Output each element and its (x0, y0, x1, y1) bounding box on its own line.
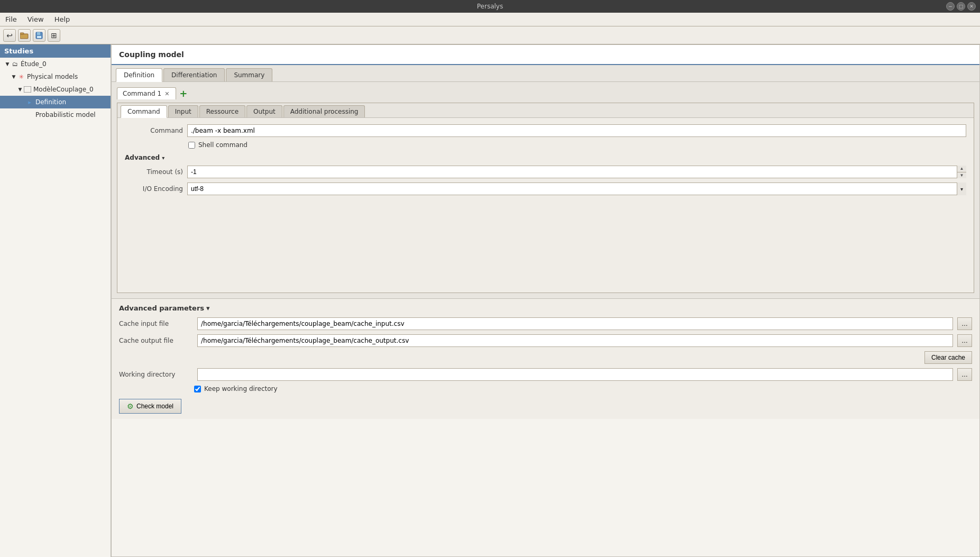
toolbar-back-btn[interactable]: ↩ (3, 29, 16, 42)
close-btn[interactable]: ✕ (967, 2, 976, 11)
working-dir-field[interactable] (197, 368, 953, 381)
menu-file[interactable]: File (2, 14, 20, 24)
advanced-parameters: Advanced parameters ▾ Cache input file …… (112, 298, 979, 419)
shell-command-label: Shell command (198, 141, 248, 149)
maximize-btn[interactable]: □ (957, 2, 965, 11)
advanced-parameters-label: Advanced parameters (119, 304, 204, 312)
panel-title: Coupling model (112, 45, 979, 65)
sidebar-item-modele[interactable]: ▼ ModèleCouplage_0 (0, 83, 111, 96)
menu-view[interactable]: View (24, 14, 47, 24)
shell-command-checkbox[interactable] (188, 142, 195, 149)
sidebar-item-probabilistic[interactable]: Probabilistic model (0, 108, 111, 121)
content-area: Coupling model Definition Differentiatio… (111, 44, 980, 557)
titlebar: Persalys − □ ✕ (0, 0, 980, 13)
physical-icon: ✳ (17, 72, 25, 81)
advanced-label: Advanced (125, 154, 160, 161)
keep-working-dir-label: Keep working directory (204, 385, 278, 392)
inner-tab-additional[interactable]: Additional processing (283, 105, 365, 117)
inner-tab-input[interactable]: Input (168, 105, 198, 117)
physical-toggle[interactable]: ▼ (11, 74, 17, 80)
etude-icon: 🗂 (11, 60, 19, 68)
cache-output-browse-btn[interactable]: … (957, 334, 972, 347)
encoding-row: I/O Encoding utf-8 latin-1 ascii ▾ (125, 182, 966, 195)
command-tab-1-close[interactable]: ✕ (163, 90, 170, 97)
check-model-icon: ⚙ (127, 402, 134, 410)
modele-toggle[interactable]: ▼ (17, 86, 23, 93)
check-model-btn[interactable]: ⚙ Check model (119, 399, 181, 414)
panel: Coupling model Definition Differentiatio… (111, 44, 980, 557)
svg-rect-5 (24, 86, 31, 93)
cache-input-row: Cache input file … (119, 317, 972, 330)
command-tabs-bar: Command 1 ✕ + (117, 87, 974, 99)
tab-summary[interactable]: Summary (226, 68, 272, 81)
modele-icon (23, 85, 32, 94)
command-row: Command (125, 124, 966, 137)
add-command-btn[interactable]: + (177, 89, 189, 98)
probabilistic-icon (25, 111, 34, 119)
advanced-parameters-arrow-icon: ▾ (206, 304, 210, 312)
command-label: Command (125, 127, 183, 134)
sidebar-header: Studies (0, 44, 111, 58)
timeout-up-btn[interactable]: ▲ (957, 166, 966, 172)
encoding-select[interactable]: utf-8 latin-1 ascii (187, 182, 966, 195)
encoding-label: I/O Encoding (125, 185, 183, 193)
cache-output-label: Cache output file (119, 337, 193, 344)
keep-working-dir-row: Keep working directory (119, 385, 972, 392)
menubar: File View Help (0, 13, 980, 26)
sidebar-item-physical[interactable]: ▼ ✳ Physical models (0, 70, 111, 83)
working-dir-browse-btn[interactable]: … (957, 368, 972, 381)
sidebar-item-definition[interactable]: ▸ Definition (0, 96, 111, 108)
advanced-arrow-icon: ▾ (162, 155, 164, 161)
command-tab-1[interactable]: Command 1 ✕ (117, 87, 176, 99)
advanced-content: Timeout (s) ▲ ▼ (125, 162, 966, 195)
timeout-input[interactable] (187, 166, 966, 178)
timeout-label: Timeout (s) (125, 168, 183, 176)
svg-rect-3 (37, 32, 40, 35)
svg-rect-1 (20, 33, 24, 34)
window-controls[interactable]: − □ ✕ (946, 2, 976, 11)
tab-definition[interactable]: Definition (116, 68, 162, 82)
clear-cache-btn[interactable]: Clear cache (924, 351, 972, 364)
toolbar-open-btn[interactable] (18, 29, 31, 42)
inner-tab-output[interactable]: Output (246, 105, 282, 117)
svg-rect-4 (37, 36, 41, 38)
menu-help[interactable]: Help (51, 14, 74, 24)
check-model-label: Check model (136, 403, 173, 410)
advanced-parameters-header[interactable]: Advanced parameters ▾ (119, 304, 972, 312)
definition-icon: ▸ (25, 98, 34, 106)
toolbar-grid-btn[interactable]: ⊞ (48, 29, 60, 42)
cache-output-field[interactable] (197, 334, 953, 347)
advanced-toggle[interactable]: Advanced ▾ (125, 153, 966, 162)
app-title: Persalys (477, 3, 503, 10)
command-form: Command Shell command Advanced (117, 118, 974, 293)
timeout-row: Timeout (s) ▲ ▼ (125, 166, 966, 178)
shell-command-row: Shell command (125, 141, 966, 149)
command-tab-1-label: Command 1 (123, 90, 161, 97)
probabilistic-label: Probabilistic model (35, 111, 96, 118)
command-tabs-container: Command 1 ✕ + Command Input Ressource Ou… (112, 82, 979, 298)
cache-input-label: Cache input file (119, 320, 193, 327)
toolbar-save-btn[interactable] (33, 29, 45, 42)
main-container: Studies ▼ 🗂 Étude_0 ▼ ✳ Physical models (0, 44, 980, 557)
cache-input-browse-btn[interactable]: … (957, 317, 972, 330)
command-input[interactable] (187, 124, 966, 137)
encoding-select-wrapper: utf-8 latin-1 ascii ▾ (187, 182, 966, 195)
advanced-section: Advanced ▾ Timeout (s) (125, 153, 966, 195)
inner-tab-command[interactable]: Command (121, 105, 167, 118)
etude-toggle[interactable]: ▼ (4, 61, 11, 67)
inner-tab-ressource[interactable]: Ressource (199, 105, 245, 117)
working-dir-row: Working directory … (119, 368, 972, 381)
modele-label: ModèleCouplage_0 (33, 86, 94, 93)
toolbar: ↩ ⊞ (0, 26, 980, 44)
inner-tabs-bar: Command Input Ressource Output Additiona… (117, 103, 974, 118)
definition-label: Definition (35, 98, 66, 106)
tab-differentiation[interactable]: Differentiation (163, 68, 225, 81)
cache-input-field[interactable] (197, 317, 953, 330)
sidebar-item-etude[interactable]: ▼ 🗂 Étude_0 (0, 58, 111, 70)
timeout-spinbox: ▲ ▼ (187, 166, 966, 178)
etude-label: Étude_0 (21, 60, 47, 68)
minimize-btn[interactable]: − (946, 2, 955, 11)
timeout-down-btn[interactable]: ▼ (957, 172, 966, 179)
working-dir-label: Working directory (119, 371, 193, 378)
keep-working-dir-checkbox[interactable] (194, 386, 201, 392)
